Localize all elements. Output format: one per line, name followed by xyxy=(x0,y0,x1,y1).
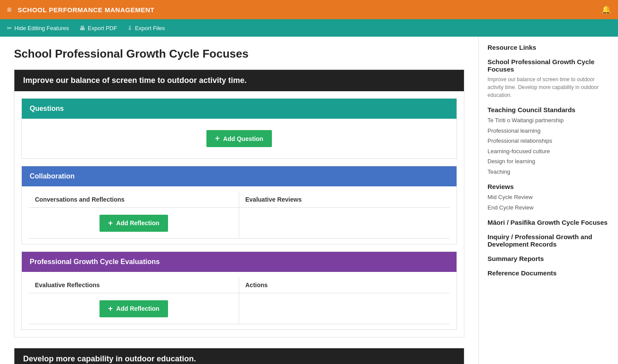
sidebar-inquiry-title[interactable]: Inquiry / Professional Growth and Develo… xyxy=(488,233,609,248)
add-reflection-button-2[interactable]: + Add Reflection xyxy=(100,300,168,317)
focus-block-2: Develop more capability in outdoor educa… xyxy=(14,348,464,364)
collaboration-col1-body: + Add Reflection xyxy=(29,208,239,238)
questions-section-body-1: + Add Question xyxy=(22,119,457,158)
export-pdf-icon: 🖶 xyxy=(79,25,85,31)
sidebar-link-teaching[interactable]: Teaching xyxy=(488,168,609,176)
hide-editing-button[interactable]: ✂ Hide Editing Features xyxy=(7,25,69,31)
app-title: School Performance Management xyxy=(18,6,601,14)
layout: School Professional Growth Cycle Focuses… xyxy=(0,37,618,364)
hide-editing-label: Hide Editing Features xyxy=(14,25,69,31)
sidebar-reference-title[interactable]: Reference Documents xyxy=(488,269,609,277)
add-question-label-1: Add Question xyxy=(223,135,263,142)
sidebar-link-mid-cycle[interactable]: Mid Cycle Review xyxy=(488,193,609,202)
collaboration-body: Conversations and Reflections Evaluative… xyxy=(22,186,457,244)
collaboration-col-bodies: + Add Reflection xyxy=(29,208,450,239)
collaboration-section: Collaboration Conversations and Reflecti… xyxy=(21,166,457,244)
menu-icon[interactable]: ≡ xyxy=(7,5,12,14)
evaluations-col1-header: Evaluative Reflections xyxy=(29,277,239,293)
sidebar: Resource Links School Professional Growt… xyxy=(478,37,618,364)
evaluations-col2-header: Actions xyxy=(239,277,450,293)
sidebar-link-design-for-learning[interactable]: Design for learning xyxy=(488,157,609,166)
evaluations-body: Evaluative Reflections Actions + Add Ref… xyxy=(22,272,457,330)
export-files-button[interactable]: ⇩ Export Files xyxy=(127,25,165,31)
sidebar-link-professional-learning[interactable]: Professional learning xyxy=(488,127,609,135)
evaluations-header: Professional Growth Cycle Evaluations xyxy=(22,252,457,272)
sidebar-reviews-title[interactable]: Reviews xyxy=(488,183,609,190)
sidebar-link-end-cycle[interactable]: End Cycle Review xyxy=(488,203,609,212)
add-reflection-button-1[interactable]: + Add Reflection xyxy=(100,215,168,232)
export-files-icon: ⇩ xyxy=(127,25,132,31)
sidebar-school-pgcf-title[interactable]: School Professional Growth Cycle Focuses xyxy=(488,58,609,73)
export-pdf-button[interactable]: 🖶 Export PDF xyxy=(79,25,117,31)
sidebar-link-learning-focused-culture[interactable]: Learning-focused culture xyxy=(488,147,609,156)
collaboration-col2-header: Evaluative Reviews xyxy=(239,192,450,207)
toolbar: ✂ Hide Editing Features 🖶 Export PDF ⇩ E… xyxy=(0,19,618,37)
sidebar-summary-title[interactable]: Summary Reports xyxy=(488,255,609,262)
top-nav: ≡ School Performance Management 🔔 xyxy=(0,0,618,19)
add-reflection-label-2: Add Reflection xyxy=(116,305,159,312)
bell-icon[interactable]: 🔔 xyxy=(601,5,611,14)
add-question-wrap-1: + Add Question xyxy=(29,124,450,153)
evaluations-col1-body: + Add Reflection xyxy=(29,293,239,324)
main-content: School Professional Growth Cycle Focuses… xyxy=(0,37,478,364)
sidebar-teaching-council-title[interactable]: Teaching Council Standards xyxy=(488,106,609,113)
add-question-plus-icon-1: + xyxy=(215,134,220,143)
evaluations-col-headers: Evaluative Reflections Actions xyxy=(29,277,450,293)
collaboration-header: Collaboration xyxy=(22,166,457,186)
hide-editing-icon: ✂ xyxy=(7,25,12,31)
collaboration-col1-header: Conversations and Reflections xyxy=(29,192,239,207)
add-reflection-plus-icon-1: + xyxy=(108,219,113,228)
page-title: School Professional Growth Cycle Focuses xyxy=(14,47,464,61)
collaboration-col-headers: Conversations and Reflections Evaluative… xyxy=(29,192,450,208)
focus-header-1: Improve our balance of screen time to ou… xyxy=(14,70,464,91)
evaluations-section: Professional Growth Cycle Evaluations Ev… xyxy=(21,251,457,330)
add-reflection-label-1: Add Reflection xyxy=(116,220,159,227)
focus-header-2: Develop more capability in outdoor educa… xyxy=(14,348,464,364)
focus-block-1: Improve our balance of screen time to ou… xyxy=(14,69,464,337)
evaluations-col-bodies: + Add Reflection xyxy=(29,293,450,324)
export-files-label: Export Files xyxy=(135,25,165,31)
sidebar-link-professional-relationships[interactable]: Professional relationships xyxy=(488,137,609,145)
resource-links-title: Resource Links xyxy=(488,44,609,51)
export-pdf-label: Export PDF xyxy=(88,25,117,31)
add-question-button-1[interactable]: + Add Question xyxy=(206,130,272,147)
sidebar-maori-title[interactable]: Māori / Pasifika Growth Cycle Focuses xyxy=(488,219,609,226)
evaluations-col2-body xyxy=(239,293,450,324)
add-reflection-plus-icon-2: + xyxy=(108,304,113,313)
sidebar-link-te-tiriti[interactable]: Te Tiriti o Waitangi partnership xyxy=(488,116,609,125)
questions-section-1: Questions + Add Question xyxy=(21,98,457,159)
questions-section-header-1: Questions xyxy=(22,99,457,119)
collaboration-col2-body xyxy=(239,208,450,238)
